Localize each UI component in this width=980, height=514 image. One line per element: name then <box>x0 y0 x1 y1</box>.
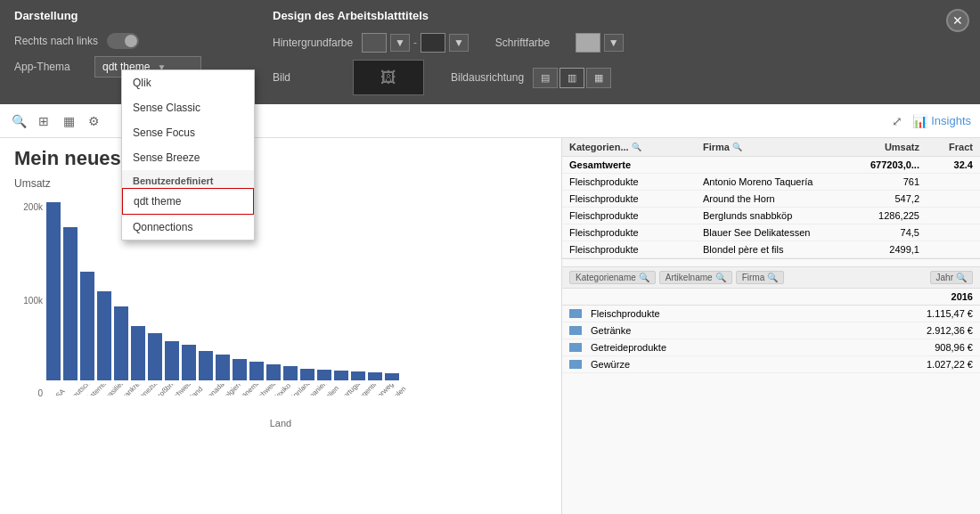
bild-placeholder[interactable]: 🖼 <box>353 60 424 95</box>
menu-item-qdt-theme[interactable]: qdt theme <box>122 188 254 215</box>
filter-jahr[interactable]: Jahr 🔍 <box>930 271 973 284</box>
list-item: Getränke 2.912,36 € <box>562 322 980 339</box>
right-panel: Kategorien... 🔍 Firma 🔍 Umsatz Fract Ges… <box>561 138 980 514</box>
toolbar-left: 🔍 ⊞ ▦ ⚙ <box>9 111 103 131</box>
bar-spanien <box>300 369 314 380</box>
x-label-deutschland: Deutschland <box>68 388 84 396</box>
align-right-btn[interactable]: ▦ <box>586 68 611 88</box>
bottom-table-body: Fleischprodukte 1.115,47 € Getränke 2.91… <box>562 306 980 373</box>
insights-label: Insights <box>931 114 971 127</box>
bottom-table: Kategoriename 🔍 Artikelname 🔍 Firma 🔍 Ja… <box>562 266 980 373</box>
hintergrund-color2[interactable] <box>421 33 445 53</box>
rechts-toggle[interactable] <box>107 33 139 49</box>
schriftfarbe-label: Schriftfarbe <box>495 37 567 49</box>
list-item: Gewürze 1.027,22 € <box>562 356 980 373</box>
cell-kategorie: Fleischprodukte <box>569 193 703 204</box>
table-row: Fleischprodukte Blauer See Delikatessen … <box>562 224 980 241</box>
x-labels: USADeutschlandÖsterreichBrasilienFrankre… <box>46 384 547 396</box>
bar-chart-icon: 📊 <box>912 114 927 128</box>
search-icon-kat[interactable]: 🔍 <box>639 273 649 282</box>
left-panel: Mein neues Umsatz 200k 100k 0 USADeutsch… <box>0 138 561 514</box>
bar-polen <box>385 373 399 380</box>
cell-umsatz: 1286,225 <box>848 210 919 221</box>
cell-firma: Antonio Moreno Taquería <box>703 176 848 187</box>
search-icon-jahr[interactable]: 🔍 <box>956 273 967 282</box>
row-color-icon <box>569 309 582 318</box>
align-center-btn[interactable]: ▥ <box>559 68 584 88</box>
menu-item-sense-focus[interactable]: Sense Focus <box>122 120 254 145</box>
toggle-label: Rechts nach links <box>14 35 98 47</box>
search-icon[interactable]: 🔍 <box>9 111 29 131</box>
menu-item-qonnections[interactable]: Qonnections <box>122 215 254 240</box>
search-icon-firma[interactable]: 🔍 <box>732 143 742 151</box>
filter-kategoriename[interactable]: Kategoriename 🔍 <box>569 271 656 284</box>
theme-dropdown-menu: Qlik Sense Classic Sense Focus Sense Bre… <box>121 69 255 241</box>
close-button[interactable]: ✕ <box>946 9 969 32</box>
cell-kategorie: Fleischprodukte <box>569 227 703 238</box>
schriftfarbe-arrow[interactable]: ▼ <box>604 34 624 52</box>
top-table: Kategorien... 🔍 Firma 🔍 Umsatz Fract Ges… <box>562 138 980 259</box>
menu-item-sense-classic[interactable]: Sense Classic <box>122 95 254 120</box>
x-label-kanada: Kanada <box>203 388 219 396</box>
top-panel: Darstellung Rechts nach links App-Thema … <box>0 0 980 104</box>
filter-firma[interactable]: Firma 🔍 <box>736 271 785 284</box>
benutzerdefiniert-label: Benutzerdefiniert <box>122 170 254 188</box>
bar-norwegen <box>368 372 382 380</box>
expand-icon[interactable]: ⤢ <box>887 111 907 131</box>
menu-item-qlik[interactable]: Qlik <box>122 70 254 95</box>
cell-fract <box>919 176 973 187</box>
bar-schweden <box>165 341 179 380</box>
filter-artikelname[interactable]: Artikelname 🔍 <box>659 271 732 284</box>
row-amount: 1.027,22 € <box>866 359 973 370</box>
bar-belgien <box>216 355 230 380</box>
cell-fract <box>919 193 973 204</box>
hintergrund-color-group: ▼ - ▼ <box>362 33 469 53</box>
total-umsatz: 677203,0... <box>848 159 919 170</box>
cell-kategorie: Fleischprodukte <box>569 176 703 187</box>
hintergrund-arrow1[interactable]: ▼ <box>390 34 410 52</box>
bar-italien <box>317 370 331 380</box>
row-amount: 2.912,36 € <box>866 325 973 336</box>
cell-firma: Blauer See Delikatessen <box>703 227 848 238</box>
table-row: Fleischprodukte Around the Horn 547,2 <box>562 191 980 208</box>
cell-firma: Berglunds snabbköp <box>703 210 848 221</box>
search-icon-fi[interactable]: 🔍 <box>767 273 778 282</box>
page-title: Mein neues <box>14 147 547 170</box>
schriftfarbe-group: ▼ <box>576 33 624 53</box>
grid-icon[interactable]: ⊞ <box>34 111 53 131</box>
bildausrichtung-label: Bildausrichtung <box>451 71 524 84</box>
bar-usa <box>46 202 61 380</box>
col-kategorien: Kategorien... 🔍 <box>569 142 703 152</box>
top-table-body: Fleischprodukte Antonio Moreno Taquería … <box>562 174 980 258</box>
col-firma: Firma 🔍 <box>703 142 848 152</box>
bar-mexiko <box>266 364 281 380</box>
bild-label: Bild <box>273 71 344 84</box>
search-icon-art[interactable]: 🔍 <box>715 273 726 282</box>
row-label: Fleischprodukte <box>591 308 866 319</box>
cell-fract <box>919 210 973 221</box>
theme-label: App-Thema <box>14 61 86 73</box>
settings-icon[interactable]: ⚙ <box>84 111 103 131</box>
row-label: Getränke <box>591 325 866 336</box>
hintergrund-label: Hintergrundfarbe <box>273 37 353 49</box>
cell-kategorie: Fleischprodukte <box>569 210 703 221</box>
row-amount: 908,96 € <box>866 342 973 353</box>
schriftfarbe-color[interactable] <box>576 33 600 53</box>
table-header: Kategorien... 🔍 Firma 🔍 Umsatz Fract <box>562 138 980 157</box>
row-label: Gewürze <box>591 359 866 370</box>
x-axis-title: Land <box>14 418 547 428</box>
cell-umsatz: 2499,1 <box>848 244 919 255</box>
col-umsatz: Umsatz <box>848 142 919 152</box>
menu-item-sense-breeze[interactable]: Sense Breeze <box>122 145 254 170</box>
list-item: Getreideprodukte 908,96 € <box>562 339 980 356</box>
hintergrund-arrow2[interactable]: ▼ <box>449 34 469 52</box>
layout-icon[interactable]: ▦ <box>59 111 78 131</box>
col-fract: Fract <box>919 142 973 152</box>
align-left-btn[interactable]: ▤ <box>533 68 558 88</box>
insights-button[interactable]: 📊 Insights <box>912 114 971 128</box>
bar-deutschland <box>63 227 78 380</box>
search-icon-kategorien[interactable]: 🔍 <box>632 143 641 151</box>
toolbar-right: ⤢ 📊 Insights <box>887 111 971 131</box>
hintergrund-color1[interactable] <box>362 33 387 53</box>
cell-umsatz: 547,2 <box>848 193 919 204</box>
